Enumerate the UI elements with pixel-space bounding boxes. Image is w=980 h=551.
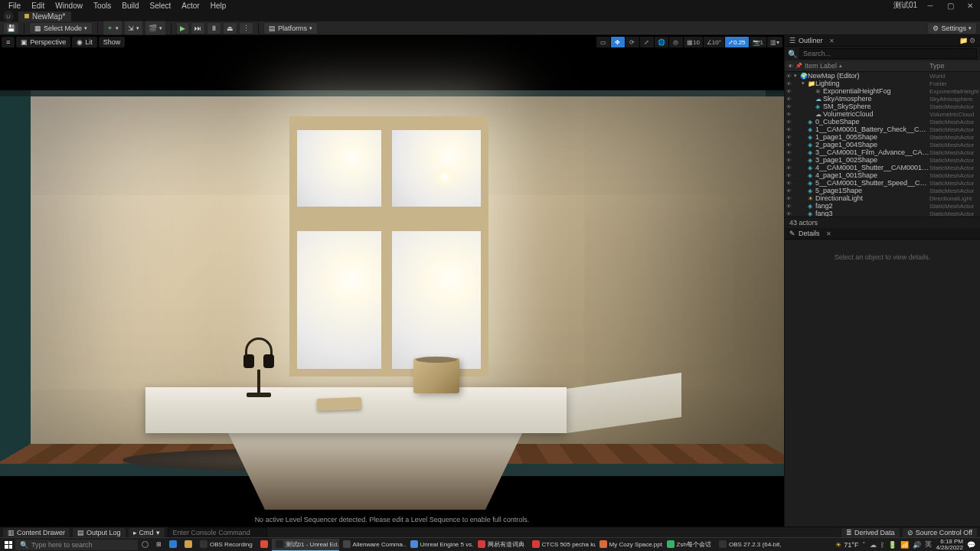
rotate-tool[interactable]: ⟳ [626, 37, 639, 47]
outliner-tree[interactable]: 👁▾🌍NewMap (Editor)World👁▾📁LightingFolder… [785, 72, 980, 217]
taskbar-app[interactable] [256, 539, 272, 551]
visibility-toggle[interactable]: 👁 [786, 165, 794, 171]
stop-button[interactable]: ⏏ [223, 22, 237, 34]
taskbar-app[interactable]: OBS Recording [196, 539, 256, 551]
content-drawer-button[interactable]: ▥Content Drawer [3, 528, 70, 537]
outliner-row[interactable]: 👁 ☁VolumetricCloudVolumetricCloud [785, 110, 980, 118]
outliner-settings-icon[interactable]: ⚙ [969, 37, 975, 44]
menu-build[interactable]: Build [116, 2, 144, 10]
pause-button[interactable]: ⏸ [207, 22, 221, 34]
taskbar-app[interactable]: 测试01 - Unreal Ed... [272, 539, 339, 551]
taskbar-app[interactable]: CTCS 505 pecha ku... [528, 539, 596, 551]
menu-file[interactable]: File [3, 2, 26, 10]
visibility-toggle[interactable]: 👁 [786, 173, 794, 178]
taskbar-app[interactable]: Alienware Comma... [339, 539, 407, 551]
scene-render[interactable] [0, 35, 784, 527]
menu-help[interactable]: Help [205, 2, 232, 10]
viewport-options-button[interactable]: ≡ [2, 37, 15, 47]
onedrive-icon[interactable]: ☁ [870, 541, 877, 549]
visibility-toggle[interactable]: 👁 [786, 96, 794, 102]
outliner-tab[interactable]: ☰ Outliner ✕ 📁 ⚙ [785, 35, 980, 47]
visibility-toggle[interactable]: 👁 [786, 196, 794, 201]
settings-dropdown[interactable]: ⚙ Settings ▾ [927, 22, 977, 34]
start-button[interactable] [2, 539, 15, 551]
close-tab-icon[interactable]: ✕ [829, 37, 835, 44]
expand-toggle[interactable]: ▾ [794, 73, 800, 79]
wifi-icon[interactable]: 📶 [900, 541, 909, 549]
cinematics-button[interactable]: 🎬▾ [145, 21, 166, 35]
output-log-button[interactable]: ▤Output Log [73, 528, 126, 537]
visibility-toggle[interactable]: 👁 [786, 204, 794, 209]
taskbar-search[interactable]: 🔍 Type here to search [15, 540, 138, 550]
camera-speed[interactable]: 📷 1 [750, 37, 766, 47]
scale-snap-toggle[interactable]: ⤢ 0.25 [725, 37, 749, 47]
taskbar-app[interactable]: OBS 27.2.3 (64-bit, ... [715, 539, 782, 551]
volume-icon[interactable]: 🔊 [913, 541, 921, 549]
close-button[interactable]: ✕ [963, 1, 977, 10]
marketplace-button[interactable]: ⇲▾ [124, 21, 143, 35]
play-button[interactable]: ▶ [176, 22, 189, 34]
outliner-row[interactable]: 👁 ◈3__CAM0001_Film_Advance__CAM0001_Text… [785, 148, 980, 156]
close-tab-icon[interactable]: ✕ [826, 230, 831, 237]
visibility-toggle[interactable]: 👁 [786, 89, 794, 94]
grid-snap-toggle[interactable]: ▦ 10 [684, 37, 703, 47]
menu-actor[interactable]: Actor [176, 2, 204, 10]
menu-select[interactable]: Select [145, 2, 177, 10]
surface-snap-toggle[interactable]: ◎ [669, 37, 683, 47]
outliner-row[interactable]: 👁 ◈5__CAM0001_Shutter_Speed__CAM0001_Tex… [785, 179, 980, 187]
menu-tools[interactable]: Tools [88, 2, 116, 10]
outliner-row[interactable]: 👁 ◈0_CubeShapeStaticMeshActor [785, 118, 980, 126]
outliner-row[interactable]: 👁 ☁SkyAtmosphereSkyAtmosphere [785, 95, 980, 103]
outliner-row[interactable]: 👁 ◈4_page1_001ShapeStaticMeshActor [785, 171, 980, 179]
visibility-toggle[interactable]: 👁 [786, 73, 794, 79]
outliner-row[interactable]: 👁▾🌍NewMap (Editor)World [785, 72, 980, 80]
maximize-button[interactable]: ▢ [943, 1, 957, 10]
ime-icon[interactable]: 英 [925, 540, 932, 549]
platforms-dropdown[interactable]: ▤ Platforms ▾ [263, 22, 318, 34]
visibility-toggle[interactable]: 👁 [786, 188, 794, 194]
outliner-row[interactable]: 👁 ◈3_page1_002ShapeStaticMeshActor [785, 156, 980, 164]
visibility-toggle[interactable]: 👁 [786, 112, 794, 117]
derived-data-button[interactable]: ≣Derived Data [841, 528, 900, 537]
visibility-toggle[interactable]: 👁 [786, 142, 794, 148]
task-view-button[interactable]: ⊞ [152, 539, 165, 551]
visibility-toggle[interactable]: 👁 [786, 127, 794, 132]
battery-icon[interactable]: 🔋 [888, 541, 897, 549]
taskbar-app[interactable] [181, 539, 196, 551]
visibility-toggle[interactable]: 👁 [786, 158, 794, 163]
menu-edit[interactable]: Edit [26, 2, 50, 10]
show-dropdown[interactable]: Show [99, 37, 126, 47]
outliner-row[interactable]: 👁 ◈fang3StaticMeshActor [785, 210, 980, 217]
add-content-button[interactable]: ＋▾ [103, 21, 122, 35]
outliner-row[interactable]: 👁 ◈5_page1ShapeStaticMeshActor [785, 187, 980, 194]
expand-toggle[interactable]: ▾ [802, 80, 808, 86]
translate-tool[interactable]: ✥ [611, 37, 625, 47]
bluetooth-icon[interactable]: ᛒ [880, 541, 884, 549]
minimize-button[interactable]: ─ [923, 1, 937, 10]
outliner-row[interactable]: 👁 ◈SM_SkySphereStaticMeshActor [785, 103, 980, 110]
add-folder-icon[interactable]: 📁 [959, 37, 968, 44]
coord-space-toggle[interactable]: 🌐 [655, 37, 668, 47]
outliner-row[interactable]: 👁 ◈4__CAM0001_Shutter__CAM0001_Textures_… [785, 164, 980, 171]
visibility-toggle[interactable]: 👁 [786, 211, 794, 217]
outliner-row[interactable]: 👁 ◈2_page1_004ShapeStaticMeshActor [785, 141, 980, 148]
scale-tool[interactable]: ⤢ [640, 37, 654, 47]
perspective-dropdown[interactable]: ▣Perspective [16, 37, 70, 47]
outliner-row[interactable]: 👁 ◈1_page1_005ShapeStaticMeshActor [785, 133, 980, 141]
angle-snap-toggle[interactable]: ∠ 10° [704, 37, 724, 47]
level-viewport[interactable]: ≡ ▣Perspective ◉Lit Show ▭ ✥ ⟳ ⤢ 🌐 ◎ ▦ 1… [0, 35, 784, 527]
type-header[interactable]: Type [929, 62, 977, 70]
outliner-row[interactable]: 👁 ☀DirectionalLightDirectionalLight [785, 194, 980, 202]
details-tab[interactable]: ✎ Details ✕ [785, 228, 980, 240]
visibility-toggle[interactable]: 👁 [786, 119, 794, 125]
outliner-row[interactable]: 👁 ≋ExponentialHeightFogExponentialHeight… [785, 87, 980, 95]
visibility-column-icon[interactable]: 👁 [788, 64, 793, 69]
cortana-button[interactable] [138, 539, 152, 551]
taskbar-app[interactable]: Unreal Engine 5 vs... [407, 539, 474, 551]
level-tab[interactable]: NewMap* [18, 11, 71, 21]
source-control-button[interactable]: ⊘Source Control Off [903, 528, 977, 537]
tray-chevron-icon[interactable]: ˄ [862, 541, 866, 549]
play-options-button[interactable]: ⋮ [239, 22, 253, 34]
taskbar-clock[interactable]: 6:18 PM 4/28/2022 [936, 539, 963, 551]
visibility-toggle[interactable]: 👁 [786, 135, 794, 140]
